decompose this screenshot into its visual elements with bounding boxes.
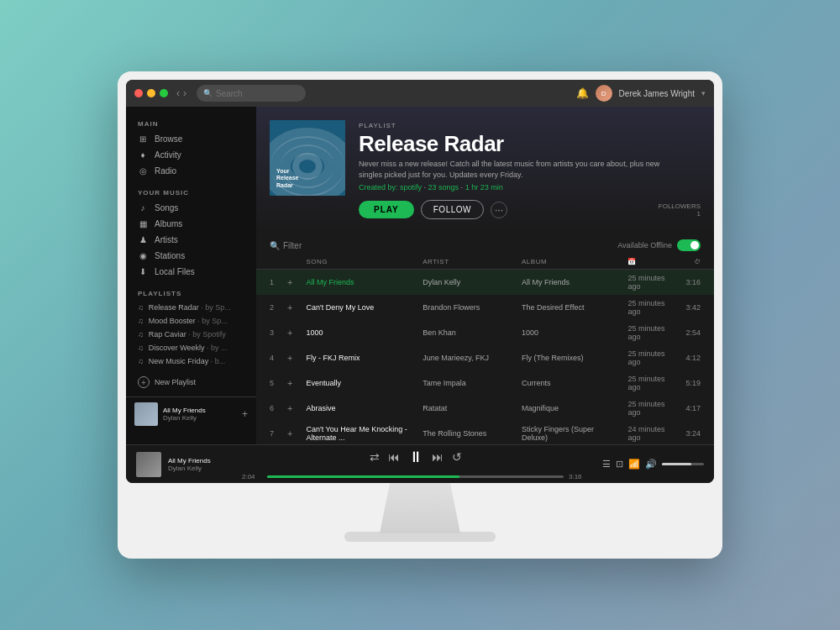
add-to-playlist-icon[interactable]: + — [242, 408, 248, 420]
table-row[interactable]: 4 + Fly - FKJ Remix June Marieezy, FKJ F… — [256, 345, 714, 370]
playlist-name: Rap Caviar · by Spotify — [149, 330, 226, 339]
nav-arrows[interactable]: ‹ › — [176, 87, 186, 99]
track-date: 25 minutes ago — [621, 295, 679, 320]
track-duration: 3:24 — [679, 421, 714, 444]
connect-button[interactable]: 📶 — [628, 459, 640, 470]
sidebar-item-browse[interactable]: ⊞ Browse — [126, 131, 256, 147]
playlist-description: Never miss a new release! Catch all the … — [359, 159, 678, 180]
track-album: Fly (The Remixes) — [515, 345, 621, 370]
dropdown-arrow-icon[interactable]: ▾ — [701, 89, 706, 97]
track-date: 25 minutes ago — [621, 396, 679, 421]
now-playing-sidebar: All My Friends Dylan Kelly + — [126, 396, 256, 431]
available-offline-label: Available Offline — [617, 241, 672, 249]
user-name: Derek James Wright — [619, 89, 695, 98]
forward-arrow[interactable]: › — [183, 87, 186, 99]
minimize-button[interactable] — [147, 89, 155, 97]
repeat-button[interactable]: ↺ — [452, 450, 462, 464]
sidebar-playlist-new-music-friday[interactable]: ♫ New Music Friday · b... — [126, 354, 256, 368]
available-offline-toggle[interactable]: Available Offline — [617, 239, 701, 251]
track-number: 1 — [256, 270, 281, 296]
sidebar-item-radio[interactable]: ◎ Radio — [126, 163, 256, 179]
col-album-header: ALBUM — [515, 255, 621, 270]
play-button[interactable]: PLAY — [359, 201, 414, 218]
shuffle-button[interactable]: ⇄ — [370, 450, 380, 464]
track-name: Can't Deny My Love — [299, 295, 416, 320]
table-row[interactable]: 2 + Can't Deny My Love Brandon Flowers T… — [256, 295, 714, 320]
table-row[interactable]: 5 + Eventually Tame Impala Currents 25 m… — [256, 370, 714, 396]
total-time: 3:16 — [569, 473, 589, 480]
now-playing-title: All My Friends — [163, 407, 237, 414]
sidebar-playlist-release-radar[interactable]: ♫ Release Radar · by Sp... — [126, 301, 256, 314]
your-music-label: YOUR MUSIC — [126, 186, 256, 200]
track-artist: The Rolling Stones — [416, 421, 515, 444]
table-row[interactable]: 3 + 1000 Ben Khan 1000 25 minutes ago 2:… — [256, 320, 714, 345]
plus-icon: + — [138, 376, 150, 388]
playlist-name: Release Radar · by Sp... — [149, 303, 231, 312]
close-button[interactable] — [134, 89, 143, 97]
next-button[interactable]: ⏭ — [432, 450, 444, 464]
playlist-icon: ♫ — [138, 303, 144, 312]
back-arrow[interactable]: ‹ — [176, 87, 180, 99]
artists-icon: ♟ — [138, 235, 148, 244]
queue-button[interactable]: ☰ — [602, 459, 611, 470]
track-number: 6 — [256, 396, 281, 421]
playlist-meta: Created by: spotify · 23 songs · 1 hr 23… — [359, 183, 701, 192]
song-count: 23 songs — [428, 183, 459, 192]
sidebar-playlist-discover-weekly[interactable]: ♫ Discover Weekly · by ... — [126, 341, 256, 354]
follow-button[interactable]: FOLLOW — [421, 200, 484, 219]
new-playlist-button[interactable]: + New Playlist — [126, 371, 256, 393]
add-track[interactable]: + — [281, 270, 299, 296]
col-date-header: 📅 — [621, 255, 679, 270]
play-pause-button[interactable]: ⏸ — [408, 449, 423, 466]
sidebar-item-stations[interactable]: ◉ Stations — [126, 248, 256, 264]
creator-name: spotify — [400, 183, 422, 192]
table-row[interactable]: 7 + Can't You Hear Me Knocking - Alterna… — [256, 421, 714, 444]
add-track[interactable]: + — [281, 345, 299, 370]
bell-icon[interactable]: 🔔 — [576, 87, 589, 99]
sidebar-item-local[interactable]: ⬇ Local Files — [126, 264, 256, 280]
player-right-controls: ☰ ⊡ 📶 🔊 — [602, 459, 704, 470]
player-thumbnail — [136, 452, 161, 477]
volume-bar[interactable] — [662, 463, 704, 465]
progress-bar[interactable] — [267, 475, 564, 478]
sidebar-playlist-mood-booster[interactable]: ♫ Mood Booster · by Sp... — [126, 314, 256, 328]
track-album: 1000 — [515, 320, 621, 345]
track-date: 24 minutes ago — [621, 421, 679, 444]
sidebar-item-activity[interactable]: ♦ Activity — [126, 147, 256, 163]
prev-button[interactable]: ⏮ — [388, 450, 400, 464]
add-track[interactable]: + — [281, 370, 299, 396]
player-track-name: All My Friends — [168, 457, 235, 465]
sidebar-playlist-rap-caviar[interactable]: ♫ Rap Caviar · by Spotify — [126, 328, 256, 341]
track-album: The Desired Effect — [515, 295, 621, 320]
player-buttons: ⇄ ⏮ ⏸ ⏭ ↺ — [370, 449, 462, 466]
playlist-icon: ♫ — [138, 330, 144, 339]
volume-button[interactable]: 🔊 — [645, 459, 657, 470]
add-track[interactable]: + — [281, 295, 299, 320]
playlist-cover: YourReleaseRadar — [270, 120, 345, 196]
add-track[interactable]: + — [281, 320, 299, 345]
track-name: 1000 — [299, 320, 416, 345]
search-input[interactable] — [216, 89, 299, 98]
add-track[interactable]: + — [281, 396, 299, 421]
maximize-button[interactable] — [160, 89, 168, 97]
devices-button[interactable]: ⊡ — [616, 459, 623, 470]
sidebar-item-songs[interactable]: ♪ Songs — [126, 200, 256, 216]
offline-toggle-switch[interactable] — [677, 239, 701, 251]
table-row[interactable]: 6 + Abrasive Ratatat Magnifique 25 minut… — [256, 396, 714, 421]
followers-section: FOLLOWERS 1 — [659, 202, 701, 218]
sidebar-item-albums[interactable]: ▦ Albums — [126, 216, 256, 232]
playlist-info: PLAYLIST Release Radar Never miss a new … — [359, 120, 701, 219]
table-row[interactable]: 1 + All My Friends Dylan Kelly All My Fr… — [256, 270, 714, 296]
created-by-label: Created by: — [359, 183, 398, 192]
more-button[interactable]: ··· — [491, 202, 507, 218]
player-track-info: All My Friends Dylan Kelly — [168, 457, 235, 472]
search-bar[interactable]: 🔍 — [197, 85, 306, 102]
track-duration: 4:17 — [679, 396, 714, 421]
track-album: All My Friends — [515, 270, 621, 296]
filter-box[interactable]: 🔍 Filter — [270, 241, 302, 250]
now-playing-info: All My Friends Dylan Kelly — [163, 407, 237, 422]
sidebar-item-radio-label: Radio — [155, 166, 176, 176]
track-album: Sticky Fingers (Super Deluxe) — [515, 421, 621, 444]
add-track[interactable]: + — [281, 421, 299, 444]
sidebar-item-artists[interactable]: ♟ Artists — [126, 232, 256, 248]
